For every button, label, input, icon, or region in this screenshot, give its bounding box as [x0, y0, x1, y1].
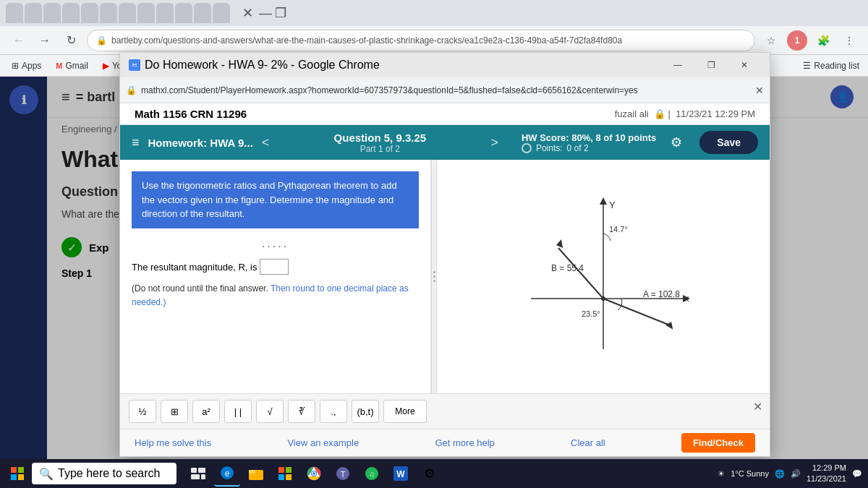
taskbar-search-box[interactable]: 🔍 Type here to search	[32, 463, 176, 484]
homework-modal: H Do Homework - HWA 9- 2% - Google Chrom…	[119, 52, 770, 457]
math-matrix-button[interactable]: ⊞	[161, 400, 188, 423]
math-decimal-button[interactable]: .,	[320, 400, 347, 423]
gmail-icon: M	[56, 61, 62, 70]
bookmark-gmail[interactable]: M Gmail	[53, 59, 91, 72]
address-bar[interactable]: 🔒 bartleby.com/questions-and-answers/wha…	[87, 30, 755, 51]
hw-next-arrow[interactable]: >	[490, 135, 498, 150]
math-fraction-button[interactable]: ½	[129, 400, 156, 423]
close-icon[interactable]: ✕	[239, 4, 256, 22]
forward-button[interactable]: →	[35, 30, 55, 51]
profile-button[interactable]: 1	[787, 30, 807, 51]
hw-points-label: Points:	[536, 143, 563, 153]
modal-title: Do Homework - HWA 9- 2% - Google Chrome	[145, 59, 380, 72]
modal-url: mathxl.com/Student/PlayerHomework.aspx?h…	[141, 85, 751, 95]
svg-text:B = 55.4: B = 55.4	[551, 263, 584, 273]
apps-icon: ⊞	[12, 61, 19, 71]
apps-label: Apps	[22, 61, 41, 71]
minimize-button[interactable]: —	[661, 53, 694, 77]
taskbar-weather-text: 1°C Sunny	[731, 469, 769, 478]
svg-rect-18	[18, 474, 24, 480]
taskbar-notification-icon[interactable]: 💬	[852, 469, 862, 479]
modal-favicon: H	[129, 59, 140, 71]
taskbar-file-explorer[interactable]	[243, 461, 269, 487]
hw-points-circle	[522, 143, 532, 153]
hw-gear-icon[interactable]: ⚙	[671, 134, 682, 150]
svg-rect-29	[278, 474, 284, 480]
svg-rect-19	[191, 468, 197, 473]
svg-marker-3	[600, 197, 607, 205]
math-header-row: Math 1156 CRN 11296 fuzail ali 🔒 | 11/23…	[120, 103, 770, 125]
svg-rect-21	[191, 474, 200, 479]
clear-all-link[interactable]: Clear all	[571, 437, 605, 448]
taskbar-volume-icon[interactable]: 🔊	[791, 469, 801, 479]
math-superscript-button[interactable]: a²	[192, 400, 220, 423]
hw-prev-arrow[interactable]: <	[262, 135, 270, 150]
modal-url-close-icon[interactable]: ✕	[755, 85, 764, 96]
view-example-link[interactable]: View an example	[287, 437, 359, 448]
help-bar: Help me solve this View an example Get m…	[120, 429, 770, 456]
taskbar-date-text: 11/23/2021	[807, 474, 846, 484]
math-sqrt-button[interactable]: √	[256, 400, 284, 423]
hw-question-part: Part 1 of 2	[278, 144, 482, 154]
svg-text:x: x	[684, 293, 689, 304]
svg-text:e: e	[225, 468, 230, 479]
reading-list-button[interactable]: ☰ Reading list	[803, 61, 859, 71]
modal-address-bar: 🔒 mathxl.com/Student/PlayerHomework.aspx…	[120, 77, 770, 103]
taskbar-task-view[interactable]	[185, 461, 211, 487]
maximize-icon[interactable]: ❐	[275, 5, 286, 21]
restore-button[interactable]: ❐	[694, 53, 728, 77]
address-bar-row: ← → ↻ 🔒 bartleby.com/questions-and-answe…	[0, 26, 868, 55]
math-cbrt-button[interactable]: ∛	[288, 400, 315, 423]
minimize-icon[interactable]: —	[259, 6, 272, 21]
taskbar-spotify[interactable]: ♫	[359, 461, 385, 487]
taskbar-teams[interactable]: T	[330, 461, 356, 487]
taskbar-word[interactable]: W	[388, 461, 414, 487]
math-interval-button[interactable]: (b,t)	[352, 400, 379, 423]
svg-point-35	[312, 472, 315, 475]
svg-text:♫: ♫	[369, 470, 375, 478]
hw-save-button[interactable]: Save	[699, 131, 758, 154]
lock-icon: 🔒	[96, 35, 107, 46]
taskbar-network-icon[interactable]: 🌐	[775, 469, 785, 479]
window-controls: — ❐ ✕	[661, 53, 761, 77]
taskbar-clock[interactable]: 12:29 PM 11/23/2021	[807, 463, 846, 485]
hw-question-num: Question 5, 9.3.25	[278, 132, 482, 144]
close-button[interactable]: ✕	[728, 53, 761, 77]
taskbar-settings[interactable]: ⚙	[417, 461, 443, 487]
svg-text:T: T	[341, 470, 346, 479]
more-options-button[interactable]: ⋮	[839, 30, 859, 51]
taskbar-weather-icon: ☀	[718, 469, 725, 479]
taskbar-start-menu-2[interactable]	[272, 461, 298, 487]
bookmark-apps[interactable]: ⊞ Apps	[9, 59, 44, 72]
taskbar-edge-browser[interactable]: e	[214, 461, 240, 487]
back-button[interactable]: ←	[9, 30, 29, 51]
round-note: (Do not round until the final answer. Th…	[132, 282, 419, 309]
math-more-button[interactable]: More	[383, 400, 427, 423]
taskbar-chrome[interactable]	[301, 461, 327, 487]
svg-rect-22	[201, 474, 205, 479]
find-check-button[interactable]: Find/Check	[681, 433, 755, 453]
tab-bar: ✕ — ❐	[0, 0, 868, 26]
resultant-input[interactable]	[260, 259, 289, 275]
more-help-link[interactable]: Get more help	[435, 437, 494, 448]
refresh-button[interactable]: ↻	[61, 30, 81, 51]
vector-svg: Y x 14.7° B = 55.4 A = 102.8 23.	[509, 190, 697, 364]
extensions-button[interactable]: 🧩	[813, 30, 833, 51]
hw-question-info: Question 5, 9.3.25 Part 1 of 2	[278, 132, 482, 154]
math-abs-button[interactable]: | |	[224, 400, 252, 423]
math-toolbar: ½ ⊞ a² | | √ ∛ ., (b,t) More ✕	[120, 393, 770, 429]
help-me-solve-link[interactable]: Help me solve this	[135, 437, 211, 448]
gmail-label: Gmail	[66, 61, 88, 71]
question-panel: Use the trigonometric ratios and Pythago…	[120, 160, 431, 393]
divider-handle	[433, 271, 435, 282]
svg-rect-16	[18, 467, 24, 473]
hw-menu-icon[interactable]: ≡	[132, 135, 140, 150]
math-toolbar-close-icon[interactable]: ✕	[753, 400, 762, 414]
taskbar-search-text: Type here to search	[58, 467, 160, 480]
taskbar-apps-row: e	[185, 461, 443, 487]
start-button[interactable]	[6, 462, 29, 485]
panel-divider[interactable]	[431, 160, 437, 393]
svg-rect-15	[11, 467, 17, 473]
bookmark-star-button[interactable]: ☆	[761, 30, 781, 51]
question-text-highlight: Use the trigonometric ratios and Pythago…	[132, 171, 419, 228]
